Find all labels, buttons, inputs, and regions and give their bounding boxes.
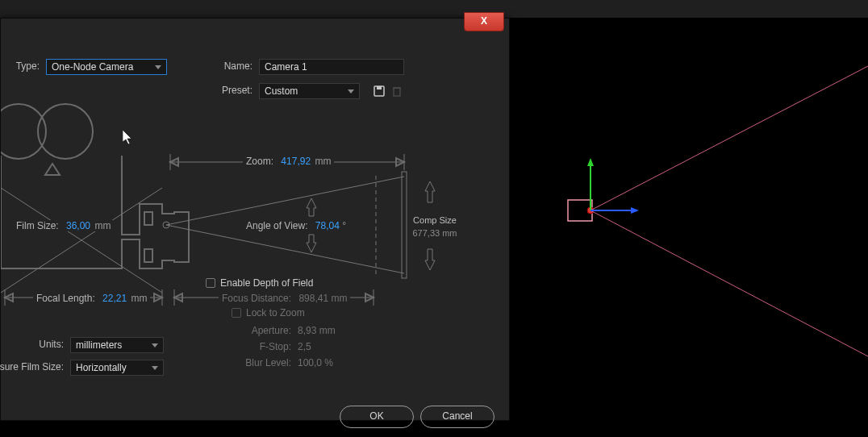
angle-label: Angle of View: [246,220,308,231]
close-icon: X [481,15,487,27]
checkbox-icon [232,308,241,318]
svg-rect-28 [377,86,382,89]
units-label: Units: [1,339,64,350]
focal-length-unit: mm [131,293,147,304]
svg-line-6 [1,188,162,293]
focus-distance-value: 898,41 mm [298,293,347,304]
svg-marker-18 [5,293,13,302]
enable-dof-label: Enable Depth of Field [220,277,313,289]
focal-length-label: Focal Length: [36,293,95,304]
camera-settings-dialog: X [0,18,510,421]
svg-marker-13 [170,158,178,166]
focus-distance-field: Focus Distance: 898,41 mm [219,293,350,304]
cancel-button[interactable]: Cancel [420,406,495,428]
svg-rect-4 [144,249,152,262]
preset-select[interactable]: Custom [259,83,360,99]
svg-marker-24 [365,293,373,302]
svg-line-33 [590,66,868,210]
cursor-icon [123,130,134,146]
svg-line-34 [590,210,868,356]
app-top-strip [0,0,868,19]
aperture-value: 8,93 mm [298,325,336,336]
lock-to-zoom-checkbox: Lock to Zoom [232,307,305,318]
blur-level-label: Blur Level: [202,357,291,368]
zoom-field[interactable]: Zoom: 417,92 mm [243,156,334,167]
name-value: Camera 1 [265,59,307,75]
zoom-unit: mm [315,156,331,167]
axis-y-icon [587,158,594,210]
angle-value: 78,04 [315,220,346,231]
enable-dof-checkbox[interactable]: Enable Depth of Field [206,277,313,289]
delete-preset-icon[interactable] [390,84,404,98]
svg-rect-3 [144,212,152,225]
svg-rect-29 [394,88,400,96]
svg-line-9 [166,225,404,273]
units-select[interactable]: millimeters [70,337,164,353]
fstop-label: F-Stop: [202,341,291,352]
name-label: Name: [202,60,252,72]
zoom-value: 417,92 [281,156,311,167]
measure-value: Horizontally [76,360,127,376]
film-size-label: Film Size: [16,220,59,231]
svg-marker-19 [154,293,162,302]
svg-marker-2 [45,164,60,175]
film-size-value: 36,00 [66,220,90,231]
ok-label: OK [369,410,383,422]
units-value: millimeters [76,337,122,353]
name-input[interactable]: Camera 1 [259,59,404,75]
comp-size-label: Comp Size [411,215,459,225]
focal-length-value: 22,21 [102,293,127,304]
zoom-label: Zoom: [246,156,273,167]
svg-rect-10 [402,172,407,278]
blur-level-value: 100,0 % [298,357,333,368]
svg-point-7 [163,222,169,228]
type-select[interactable]: One-Node Camera [46,59,167,75]
chevron-down-icon [152,343,158,348]
svg-line-5 [1,188,162,293]
svg-marker-14 [396,158,404,166]
type-label: Type: [1,60,40,72]
svg-marker-38 [631,207,639,214]
film-size-field[interactable]: Film Size: 36,00 mm [13,220,114,231]
focal-length-field[interactable]: Focal Length: 22,21 mm [33,293,150,304]
save-preset-icon[interactable] [372,84,386,98]
comp-size-value: 677,33 mm [407,228,462,238]
svg-marker-36 [587,158,594,166]
lock-to-zoom-label: Lock to Zoom [246,307,305,318]
cancel-label: Cancel [442,410,472,422]
close-button[interactable]: X [464,12,504,31]
fstop-value: 2,5 [298,341,311,352]
measure-label: Measure Film Size: [0,361,64,372]
type-value: One-Node Camera [52,59,133,75]
chevron-down-icon [348,89,354,94]
aperture-label: Aperture: [202,325,291,336]
svg-point-1 [38,104,93,159]
viewport-3d[interactable] [510,18,868,437]
checkbox-icon [206,278,215,288]
angle-of-view-field[interactable]: Angle of View: 78,04 [243,220,349,231]
svg-point-0 [1,104,46,159]
svg-line-8 [166,177,404,225]
chevron-down-icon [152,366,158,370]
ok-button[interactable]: OK [340,406,414,428]
preset-label: Preset: [202,85,252,96]
focus-distance-label: Focus Distance: [222,293,291,304]
preset-value: Custom [265,83,298,99]
measure-select[interactable]: Horizontally [70,360,164,376]
axis-x-icon [590,207,639,214]
dialog-content: Type: One-Node Camera Name: Camera 1 Pre… [1,51,509,406]
svg-marker-23 [174,293,182,302]
chevron-down-icon [155,65,161,69]
film-size-unit: mm [94,220,111,231]
